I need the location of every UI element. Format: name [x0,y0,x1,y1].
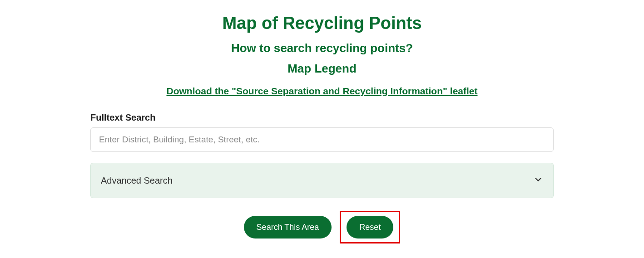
reset-highlight-box: Reset [340,211,400,243]
chevron-down-icon [533,175,543,186]
fulltext-search-input[interactable] [90,127,554,152]
how-to-search-link[interactable]: How to search recycling points? [90,41,554,55]
advanced-search-toggle[interactable]: Advanced Search [90,163,554,198]
advanced-search-label: Advanced Search [101,175,173,186]
reset-button[interactable]: Reset [347,216,393,239]
button-row: Search This Area Reset [90,211,554,243]
fulltext-search-label: Fulltext Search [90,112,554,123]
search-this-area-button[interactable]: Search This Area [244,216,332,239]
map-legend-link[interactable]: Map Legend [90,62,554,76]
download-leaflet-link[interactable]: Download the "Source Separation and Recy… [90,86,554,97]
page-title: Map of Recycling Points [90,14,554,33]
